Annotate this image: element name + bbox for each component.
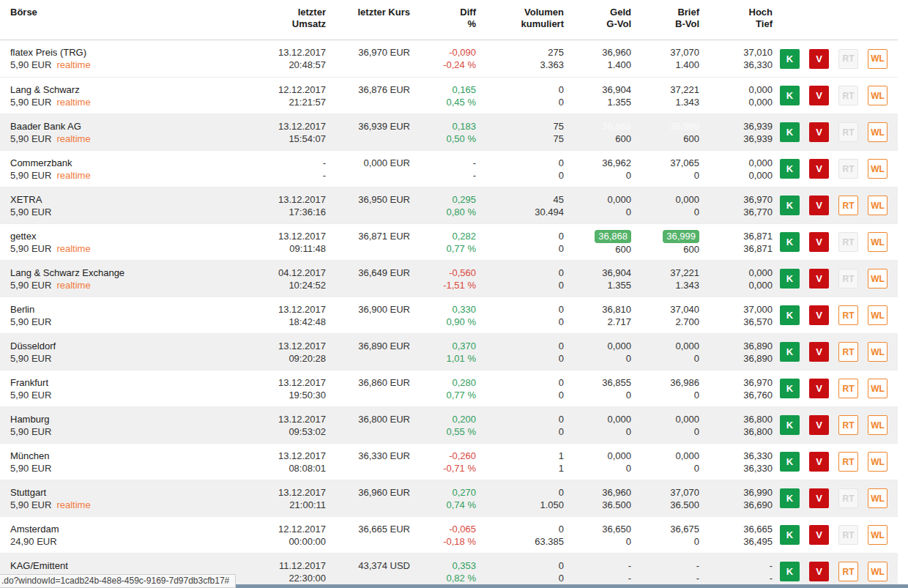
- sell-button[interactable]: V: [809, 525, 829, 545]
- watchlist-button[interactable]: WL: [868, 122, 887, 142]
- watchlist-button[interactable]: WL: [868, 342, 887, 362]
- last-price-cell: 36,950 EUR: [326, 187, 410, 223]
- high-low-cell: 36,970 36,760: [699, 371, 773, 406]
- high-low-cell: 36,871 36,871: [699, 224, 773, 260]
- realtime-button[interactable]: RT: [838, 342, 858, 362]
- column-header-line2: B-Vol: [631, 18, 699, 30]
- realtime-button[interactable]: RT: [838, 452, 858, 472]
- volume-last: 0: [476, 486, 564, 499]
- last-price-cell: 36,800 EUR: [326, 407, 410, 443]
- buy-button[interactable]: K: [780, 488, 800, 508]
- buy-button[interactable]: K: [780, 379, 800, 398]
- sell-button[interactable]: V: [809, 269, 829, 289]
- diff-percent: -1,51 %: [410, 279, 476, 291]
- column-header-brief: Brief B-Vol: [631, 0, 699, 40]
- buy-button[interactable]: K: [780, 86, 800, 105]
- watchlist-button[interactable]: WL: [868, 379, 887, 398]
- buy-button[interactable]: K: [780, 196, 800, 215]
- bid-volume: 0: [564, 462, 631, 475]
- watchlist-button[interactable]: WL: [868, 86, 887, 105]
- diff-absolute: 0,280: [410, 376, 476, 389]
- watchlist-button[interactable]: WL: [868, 305, 887, 325]
- last-trade-datetime: 13.12.2017 09:20:28: [256, 334, 326, 370]
- watchlist-button[interactable]: WL: [868, 269, 887, 289]
- watchlist-button[interactable]: WL: [868, 159, 887, 179]
- column-header-line2: kumuliert: [476, 18, 564, 30]
- watchlist-button[interactable]: WL: [868, 196, 887, 215]
- last-trade-time: 18:42:48: [256, 316, 326, 328]
- sell-button[interactable]: V: [809, 342, 829, 362]
- watchlist-button[interactable]: WL: [868, 452, 887, 472]
- last-trade-date: 11.12.2017: [256, 559, 326, 572]
- ask-cell: 0,000 0: [631, 444, 699, 480]
- low-price: 36,760: [699, 389, 773, 401]
- buy-button[interactable]: K: [780, 525, 800, 545]
- buy-button[interactable]: K: [780, 122, 800, 142]
- sell-button[interactable]: V: [809, 415, 829, 435]
- ask-cell: 36,999 600: [631, 224, 699, 260]
- watchlist-button[interactable]: WL: [868, 525, 887, 545]
- sell-button[interactable]: V: [809, 305, 829, 325]
- high-price: 36,939: [699, 120, 773, 133]
- sell-button[interactable]: V: [809, 562, 829, 581]
- volume-cell: 0 1.050: [476, 480, 564, 516]
- volume-cumulative: 0: [476, 169, 564, 182]
- diff-absolute: -0,090: [410, 46, 476, 59]
- row-actions: K V RT WL: [773, 371, 898, 406]
- volume-last: 0: [476, 303, 564, 316]
- ask-volume: 0: [631, 462, 699, 475]
- sell-button[interactable]: V: [809, 488, 829, 508]
- buy-button[interactable]: K: [780, 452, 800, 472]
- diff-absolute: 0,165: [410, 83, 476, 96]
- sell-button[interactable]: V: [809, 49, 829, 69]
- realtime-button[interactable]: RT: [838, 196, 858, 215]
- realtime-button[interactable]: RT: [838, 379, 858, 398]
- sell-button[interactable]: V: [809, 379, 829, 398]
- watchlist-button[interactable]: WL: [868, 232, 887, 252]
- sell-button[interactable]: V: [809, 122, 829, 142]
- bid-cell: 36,960 1.400: [564, 40, 631, 77]
- watchlist-button[interactable]: WL: [868, 562, 887, 581]
- bid-volume: 600: [564, 133, 631, 145]
- buy-button[interactable]: K: [780, 49, 800, 69]
- sell-button[interactable]: V: [809, 86, 829, 105]
- bid-cell: 36,868 600: [564, 224, 631, 260]
- ask-price: 0,000: [675, 414, 699, 425]
- buy-button[interactable]: K: [780, 269, 800, 289]
- watchlist-button[interactable]: WL: [868, 49, 887, 69]
- diff-absolute: -0,260: [410, 450, 476, 462]
- buy-button[interactable]: K: [780, 232, 800, 252]
- column-header-kurs: letzter Kurs: [326, 0, 410, 40]
- row-actions: K V RT WL: [773, 40, 898, 77]
- realtime-button[interactable]: RT: [838, 562, 858, 581]
- buy-button[interactable]: K: [780, 415, 800, 435]
- volume-cumulative: 0: [476, 279, 564, 291]
- sell-button[interactable]: V: [809, 196, 829, 215]
- realtime-button[interactable]: RT: [838, 415, 858, 435]
- sell-button[interactable]: V: [809, 452, 829, 472]
- diff-percent: 0,82 %: [410, 572, 476, 584]
- bid-price: 36,855: [602, 377, 631, 388]
- realtime-button[interactable]: RT: [838, 305, 858, 325]
- exchange-quotes-table: Börse letzter Umsatz letzter Kurs Diff %…: [0, 0, 898, 588]
- buy-button[interactable]: K: [780, 342, 800, 362]
- sell-button[interactable]: V: [809, 159, 829, 179]
- high-price: 36,890: [699, 340, 773, 352]
- sell-button[interactable]: V: [809, 232, 829, 252]
- status-url-text: .do?windowId=1cadb24b-48e8-459c-9169-7d9…: [1, 576, 229, 586]
- last-price: 43,374 USD: [326, 559, 410, 572]
- ask-volume: 0: [631, 206, 699, 218]
- last-price-cell: 36,860 EUR: [326, 371, 410, 406]
- watchlist-button[interactable]: WL: [868, 488, 887, 508]
- exchange-name: KAG/Emittent: [10, 559, 256, 572]
- last-price: 36,800 EUR: [326, 413, 410, 425]
- buy-button[interactable]: K: [780, 305, 800, 325]
- fee-label: 5,90 EUR: [10, 316, 51, 327]
- buy-button[interactable]: K: [780, 562, 800, 581]
- watchlist-button[interactable]: WL: [868, 415, 887, 435]
- low-price: 36,330: [699, 462, 773, 475]
- volume-cumulative: 0: [476, 316, 564, 328]
- volume-cell: 0 63.385: [476, 517, 564, 553]
- buy-button[interactable]: K: [780, 159, 800, 179]
- bid-cell: - -: [564, 554, 631, 588]
